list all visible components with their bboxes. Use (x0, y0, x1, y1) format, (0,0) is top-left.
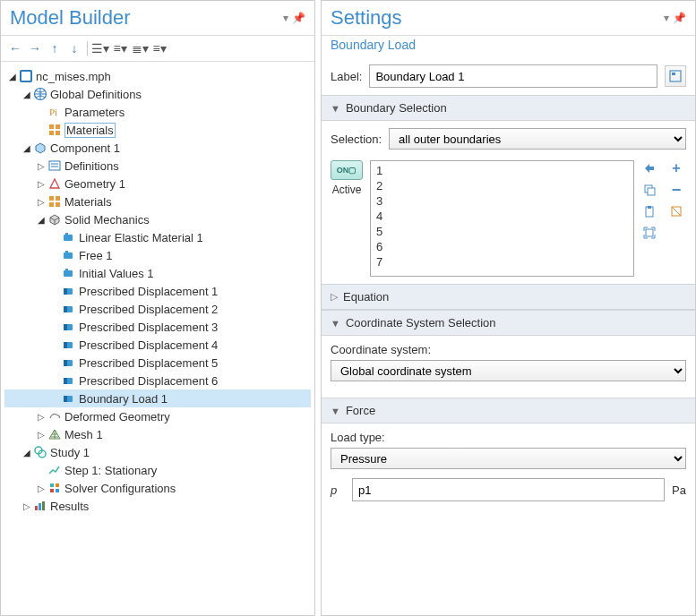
load-type-dropdown[interactable]: Pressure (331, 448, 686, 469)
selection-listbox[interactable]: 1234567 (370, 160, 634, 277)
pin-icon[interactable]: 📌 (673, 12, 686, 24)
clear-icon[interactable] (668, 203, 684, 219)
svg-rect-17 (64, 270, 73, 277)
copy-icon[interactable] (641, 182, 657, 198)
step-icon (47, 463, 62, 477)
tree-node[interactable]: Prescribed Displacement 4 (4, 336, 311, 354)
label-input[interactable] (369, 64, 657, 88)
list-item[interactable]: 7 (376, 254, 628, 270)
svg-rect-41 (42, 501, 45, 510)
tree-node[interactable]: ◢Study 1 (4, 443, 311, 461)
svg-rect-40 (39, 503, 41, 510)
expand-icon[interactable]: ≡▾ (111, 39, 129, 57)
tree-node[interactable]: Linear Elastic Material 1 (4, 228, 311, 246)
tree-node[interactable]: ◢Component 1 (4, 139, 311, 157)
goto-source-button[interactable] (665, 65, 686, 87)
tree-node[interactable]: ▷Definitions (4, 157, 311, 175)
remove-icon[interactable]: − (668, 182, 684, 198)
tree-expander-icon[interactable]: ◢ (35, 215, 47, 225)
nav-back-icon[interactable]: ← (6, 39, 24, 57)
tree-expander-icon[interactable]: ▷ (35, 197, 47, 207)
model-tree[interactable]: ◢nc_mises.mph◢Global DefinitionsPiParame… (1, 62, 314, 615)
tree-node[interactable]: Prescribed Displacement 2 (4, 300, 311, 318)
coord-dropdown[interactable]: Global coordinate system (331, 360, 686, 381)
tree-expander-icon[interactable]: ▷ (21, 501, 33, 511)
tree-expander-icon[interactable]: ▷ (35, 412, 47, 422)
tree-node[interactable]: ▷Materials (4, 192, 311, 210)
dropdown-icon[interactable]: ▾ (664, 12, 669, 24)
paste-icon[interactable] (641, 203, 657, 219)
force-header[interactable]: ▼ Force (322, 398, 695, 424)
nav-fwd-icon[interactable]: → (26, 39, 44, 57)
tree-node[interactable]: Step 1: Stationary (4, 461, 311, 479)
list-item[interactable]: 1 (376, 163, 628, 178)
list-item[interactable]: 6 (376, 239, 628, 254)
svg-rect-45 (648, 188, 655, 195)
svg-rect-8 (49, 161, 60, 170)
svg-rect-39 (35, 506, 38, 510)
tree-node[interactable]: Boundary Load 1 (4, 389, 311, 407)
list-item[interactable]: 5 (376, 224, 628, 239)
svg-rect-36 (56, 483, 59, 487)
tree-node[interactable]: ▷Deformed Geometry (4, 407, 311, 425)
tree-node-label: Global Definitions (50, 88, 142, 101)
tree-node[interactable]: Prescribed Displacement 1 (4, 282, 311, 300)
tree-node[interactable]: ▷Results (4, 497, 311, 515)
tree-node[interactable]: ◢nc_mises.mph (4, 67, 311, 85)
tree-node[interactable]: Free 1 (4, 246, 311, 264)
tree-node[interactable]: Prescribed Displacement 3 (4, 318, 311, 336)
tree-node[interactable]: ▷Geometry 1 (4, 175, 311, 192)
tree-expander-icon[interactable]: ◢ (21, 143, 33, 153)
active-toggle-col: ON ▢ Active (331, 160, 363, 277)
tree-expander-icon[interactable]: ▷ (35, 179, 47, 189)
force-body: Load type: Pressure p Pa (322, 424, 695, 509)
svg-rect-22 (64, 306, 67, 312)
tree-node-label: Study 1 (50, 446, 90, 459)
bnode-icon (62, 355, 76, 370)
list-item[interactable]: 4 (376, 209, 628, 224)
nav-down-icon[interactable]: ↓ (65, 39, 83, 57)
list-item[interactable]: 2 (376, 178, 628, 193)
tree-expander-icon[interactable]: ▷ (35, 483, 47, 493)
coord-sys-header[interactable]: ▼ Coordinate System Selection (322, 310, 695, 336)
p-unit: Pa (672, 483, 686, 497)
tree-node[interactable]: ▷Solver Configurations (4, 479, 311, 497)
nav-up-icon[interactable]: ↑ (46, 39, 64, 57)
tree-expander-icon[interactable]: ◢ (21, 90, 33, 99)
tree-node[interactable]: PiParameters (4, 103, 311, 121)
solid-icon (47, 212, 62, 227)
svg-rect-35 (50, 483, 54, 487)
list-icon[interactable]: ≡▾ (150, 39, 168, 57)
tree-expander-icon[interactable]: ▷ (35, 430, 47, 440)
zoom-to-selection-icon[interactable] (641, 160, 657, 176)
show-icon[interactable]: ≣▾ (131, 39, 149, 57)
tree-node[interactable]: ◢Solid Mechanics (4, 210, 311, 228)
tree-node[interactable]: Prescribed Displacement 6 (4, 372, 311, 389)
svg-rect-38 (56, 489, 59, 492)
pin-icon[interactable]: 📌 (292, 12, 305, 24)
tree-node-label: Prescribed Displacement 5 (79, 356, 218, 370)
dropdown-icon[interactable]: ▾ (283, 12, 288, 24)
equation-header[interactable]: ▷ Equation (322, 284, 695, 310)
tree-node[interactable]: ◢Global Definitions (4, 85, 311, 103)
zoom-extents-icon[interactable] (641, 225, 657, 241)
list-item[interactable]: 3 (376, 193, 628, 209)
collapse-icon[interactable]: ☰▾ (91, 39, 109, 57)
tree-node[interactable]: Prescribed Displacement 5 (4, 354, 311, 372)
tree-expander-icon[interactable]: ◢ (21, 448, 33, 458)
tree-node-label: nc_mises.mph (36, 70, 111, 83)
tree-expander-icon[interactable]: ▷ (35, 161, 47, 171)
tree-expander-icon[interactable]: ◢ (6, 72, 19, 81)
svg-rect-32 (64, 396, 67, 402)
active-toggle[interactable]: ON ▢ (331, 160, 363, 180)
bnode-icon (62, 391, 76, 406)
mat-icon (47, 123, 62, 137)
add-icon[interactable]: + (668, 160, 684, 176)
pressure-input[interactable] (352, 478, 665, 501)
tree-node[interactable]: Initial Values 1 (4, 264, 311, 282)
selection-dropdown[interactable]: all outer boundaries (389, 128, 686, 150)
tree-node[interactable]: Materials (4, 121, 311, 139)
boundary-selection-header[interactable]: ▼ Boundary Selection (322, 95, 695, 121)
fnode-icon (62, 248, 76, 262)
tree-node[interactable]: ▷Mesh 1 (4, 425, 311, 443)
